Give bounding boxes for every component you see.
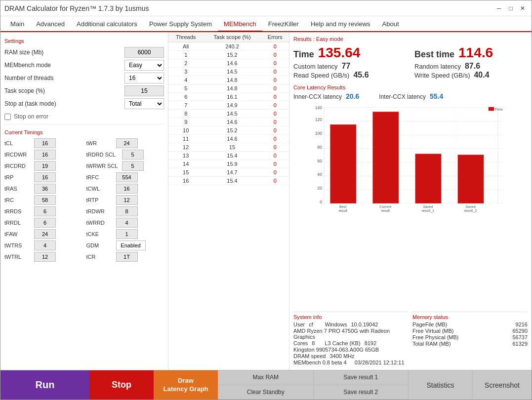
stop-at-label: Stop at (task mode) [4, 100, 121, 107]
read-speed-value: 45.6 [353, 71, 368, 80]
timing-tcwl-input[interactable] [116, 184, 138, 194]
screenshot-button[interactable]: Screenshot [472, 370, 532, 400]
best-time-label: Best time [414, 49, 454, 60]
clear-standby-button[interactable]: Clear Standby [218, 385, 313, 400]
maximize-button[interactable]: □ [506, 3, 516, 13]
menu-help[interactable]: Help and my reviews [305, 17, 376, 31]
results-section-label: Results : Easy mode [293, 36, 528, 42]
timing-tcl-input[interactable] [34, 138, 56, 148]
table-row: 814.50 [168, 110, 289, 118]
menu-main[interactable]: Main [4, 17, 30, 31]
thread-cell: 16 [168, 177, 203, 185]
timing-trtp-input[interactable] [116, 195, 138, 205]
thread-cell: 3 [168, 68, 203, 76]
errors-cell: 0 [261, 93, 289, 101]
statistics-button[interactable]: Statistics [408, 370, 472, 400]
save-result2-button[interactable]: Save result 2 [313, 385, 409, 400]
timing-trrds-input[interactable] [34, 206, 56, 216]
menu-advanced[interactable]: Advanced [30, 17, 71, 31]
errors-cell: 0 [261, 110, 289, 118]
legend-time-label: Time [494, 107, 503, 112]
best-time-row: Best time 114.6 [414, 45, 528, 61]
timing-trdwr: tRDWR [86, 206, 164, 216]
task-scope-input[interactable] [124, 85, 164, 96]
timing-trdrd-scl-input[interactable] [122, 150, 144, 160]
minimize-button[interactable]: ─ [494, 3, 504, 13]
table-row: 1114.60 [168, 135, 289, 143]
stop-at-select[interactable]: Total Thread [124, 98, 164, 109]
table-row: 214.60 [168, 59, 289, 68]
errors-cell: 0 [261, 42, 289, 51]
timing-tras: tRAS [4, 184, 82, 194]
timing-twrrd: tWRRD [86, 218, 164, 228]
membench-mode-select[interactable]: Easy Hard [124, 60, 164, 71]
thread-cell: 11 [168, 135, 203, 143]
scope-cell: 15.4 [203, 152, 261, 160]
num-threads-label: Number of threads [4, 75, 121, 81]
timing-trp-input[interactable] [34, 172, 56, 182]
timing-gdm-input[interactable] [116, 240, 146, 250]
timing-trc-input[interactable] [34, 195, 56, 205]
user-row: User cf Windows 10.0.19042 [293, 321, 409, 327]
right-panel: Results : Easy mode Time 135.64 Custom l… [289, 32, 532, 370]
num-threads-select[interactable]: 16 8 4 [124, 73, 164, 83]
time-row: Time 135.64 [293, 45, 407, 61]
inner-ccx-value: 20.6 [346, 92, 359, 100]
ram-size-input[interactable] [124, 47, 164, 58]
timing-trrdl-input[interactable] [34, 218, 56, 228]
menu-freezkiller[interactable]: FreezKiller [262, 17, 305, 31]
table-row: 914.60 [168, 118, 289, 126]
draw-latency-button[interactable]: Draw Latency Graph [154, 370, 218, 400]
stop-on-error-row: Stop on error [4, 113, 164, 120]
table-row: 1514.70 [168, 168, 289, 177]
table-row: 1415.90 [168, 160, 289, 168]
timing-tcke-input[interactable] [116, 229, 138, 239]
timing-trrdl: tRRDL [4, 218, 82, 228]
timing-tfaw-input[interactable] [34, 229, 56, 239]
timing-twtrl-input[interactable] [34, 252, 56, 262]
timing-trfc-input[interactable] [116, 172, 138, 182]
write-speed-label: Write Speed (GB/s) [414, 72, 470, 79]
timing-twr: tWR [86, 138, 164, 148]
timing-trdwr-input[interactable] [116, 206, 138, 216]
stop-on-error-checkbox[interactable] [4, 114, 11, 120]
chart-area: 0 20 40 60 80 100 120 140 [293, 104, 528, 306]
menu-power-supply[interactable]: Power Supply System [143, 17, 218, 31]
stop-button[interactable]: Stop [89, 370, 154, 400]
timing-twrrd-input[interactable] [116, 218, 138, 228]
time-label: Time [293, 49, 314, 60]
timing-twtrs-input[interactable] [34, 240, 56, 250]
window-controls: ─ □ ✕ [494, 3, 528, 13]
menu-additional-calculators[interactable]: Additional calculators [71, 17, 143, 31]
timing-tcr-input[interactable] [116, 252, 138, 262]
random-latency-label: Random latency [414, 63, 461, 70]
timing-tras-input[interactable] [34, 184, 56, 194]
timing-trcdrd-input[interactable] [34, 161, 56, 171]
table-row: 616.10 [168, 93, 289, 101]
timing-twrwr-scl-input[interactable] [122, 161, 144, 171]
timing-trcdwr-input[interactable] [34, 150, 56, 160]
thread-table-scroll[interactable]: Threads Task scope (%) Errors All240.201… [168, 32, 289, 370]
write-speed-value: 40.4 [474, 71, 489, 80]
read-speed-row: Read Speed (GB/s) 45.6 [293, 71, 407, 80]
settings-grid: RAM size (Mb) MEMbench mode Easy Hard Nu… [4, 47, 164, 109]
timing-tcke: tCKE [86, 229, 164, 239]
save-result1-button[interactable]: Save result 1 [313, 370, 409, 385]
free-virtual-row: Free Virtual (MB) 65290 [412, 328, 528, 334]
run-button[interactable]: Run [0, 370, 89, 400]
timing-twr-input[interactable] [116, 138, 138, 148]
timing-twtrs: tWTRS [4, 240, 82, 250]
settings-section-label: Settings [4, 38, 164, 44]
read-speed-label: Read Speed (GB/s) [293, 72, 349, 79]
menu-about[interactable]: About [376, 17, 405, 31]
scope-cell: 15.4 [203, 177, 261, 185]
timing-twtrl: tWTRL [4, 252, 82, 262]
custom-latency-row: Custom latency 77 [293, 62, 407, 71]
menu-membench[interactable]: MEMbench [218, 17, 262, 32]
close-button[interactable]: ✕ [518, 3, 528, 13]
thread-cell: 14 [168, 160, 203, 168]
max-ram-button[interactable]: Max RAM [218, 370, 313, 385]
thread-cell: 8 [168, 110, 203, 118]
timings-grid: tCL tWR tRCDWR tRDRD SCL [4, 138, 164, 262]
timing-trcdrd: tRCDRD [4, 161, 82, 171]
